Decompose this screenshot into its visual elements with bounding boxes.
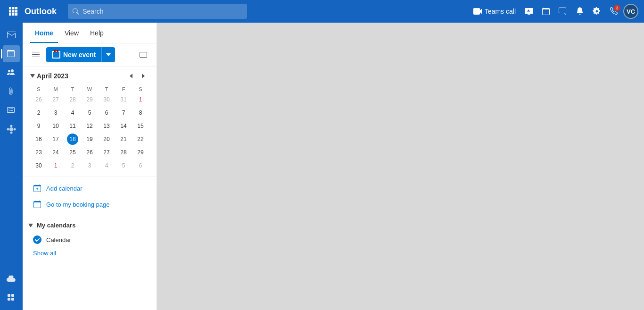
calendar-main: [157, 23, 644, 310]
view-toggle-button[interactable]: [136, 47, 151, 62]
calendar-day[interactable]: 23: [30, 146, 47, 159]
rail-calendar[interactable]: [3, 45, 20, 62]
calendar-day[interactable]: 3: [47, 106, 64, 119]
prev-month-button[interactable]: [125, 70, 137, 82]
hamburger-button[interactable]: [28, 47, 43, 62]
teams-call-button[interactable]: Teams call: [470, 6, 520, 17]
calendar-day[interactable]: 4: [98, 159, 115, 172]
calendar-day[interactable]: 30: [98, 93, 115, 106]
calendar-day[interactable]: 14: [115, 119, 132, 133]
svg-rect-0: [9, 7, 11, 9]
new-event-button[interactable]: New event: [46, 47, 115, 62]
next-month-button[interactable]: [138, 70, 149, 82]
calendar-day[interactable]: 3: [81, 159, 98, 172]
svg-point-9: [9, 127, 13, 131]
settings-button[interactable]: [589, 4, 604, 19]
calendar-day[interactable]: 25: [64, 146, 81, 159]
calendar-day[interactable]: 19: [81, 133, 98, 146]
calendar-day[interactable]: 18: [64, 133, 81, 146]
calendar-day[interactable]: 9: [30, 119, 47, 133]
new-event-main[interactable]: New event: [46, 47, 102, 62]
calendar-view-button[interactable]: [538, 4, 553, 19]
menu-home[interactable]: Home: [30, 26, 58, 40]
calendar-day[interactable]: 1: [47, 159, 64, 172]
month-toggle[interactable]: April 2023: [30, 72, 68, 80]
calendar-item-main[interactable]: Calendar: [28, 233, 151, 247]
rail-cloud[interactable]: [3, 270, 20, 287]
calendar-day[interactable]: 31: [115, 93, 132, 106]
calendar-day[interactable]: 6: [98, 106, 115, 119]
calendar-day[interactable]: 30: [30, 159, 47, 172]
calendar-day[interactable]: 5: [81, 106, 98, 119]
rail-apps[interactable]: [3, 121, 20, 138]
calendar-day[interactable]: 27: [47, 93, 64, 106]
calendar-day[interactable]: 8: [132, 106, 149, 119]
icon-rail: [0, 23, 23, 310]
svg-rect-2: [15, 7, 17, 9]
notifications-button[interactable]: [572, 4, 587, 19]
mini-calendar: April 2023 SMTWTFS 262728293031123456789…: [23, 67, 157, 176]
main-layout: Home View Help New event: [0, 23, 644, 310]
calendar-day[interactable]: 28: [115, 146, 132, 159]
calendar-day[interactable]: 7: [115, 106, 132, 119]
calendar-day[interactable]: 22: [132, 133, 149, 146]
calendar-day[interactable]: 6: [132, 159, 149, 172]
svg-point-12: [10, 125, 13, 127]
calendar-day[interactable]: 12: [81, 119, 98, 133]
svg-point-13: [10, 132, 13, 134]
calendar-day[interactable]: 26: [30, 93, 47, 106]
svg-rect-5: [15, 10, 17, 13]
calendar-day[interactable]: 24: [47, 146, 64, 159]
svg-rect-3: [9, 10, 11, 13]
my-calendars-section: My calendars Calendar Show all: [23, 216, 157, 263]
new-event-label: New event: [63, 51, 96, 59]
screen-share-button[interactable]: [521, 4, 537, 19]
calendar-day[interactable]: 5: [115, 159, 132, 172]
topbar-actions: Teams call: [470, 4, 638, 19]
calendar-day[interactable]: 21: [115, 133, 132, 146]
topbar: Outlook Teams call: [0, 0, 644, 23]
rail-mail[interactable]: [3, 26, 20, 43]
feedback-button[interactable]: [555, 4, 570, 19]
rail-people[interactable]: [3, 64, 20, 81]
waffle-menu-button[interactable]: [6, 4, 21, 19]
menu-help[interactable]: Help: [85, 26, 108, 40]
calendar-day[interactable]: 10: [47, 119, 64, 133]
calendar-day[interactable]: 28: [64, 93, 81, 106]
month-label: April 2023: [37, 72, 68, 80]
calendar-day[interactable]: 20: [98, 133, 115, 146]
my-calendars-header[interactable]: My calendars: [28, 220, 151, 231]
add-calendar-link[interactable]: Add calendar: [28, 180, 151, 196]
calendar-checkbox[interactable]: [33, 235, 41, 244]
rail-attachments[interactable]: [3, 83, 20, 100]
calendar-day[interactable]: 2: [64, 159, 81, 172]
rail-grid[interactable]: [3, 289, 20, 306]
new-event-dropdown[interactable]: [102, 47, 115, 62]
calendar-day[interactable]: 26: [81, 146, 98, 159]
menu-view[interactable]: View: [60, 26, 83, 40]
calendar-day[interactable]: 11: [64, 119, 81, 133]
calendar-day[interactable]: 29: [81, 93, 98, 106]
app-logo: Outlook: [25, 7, 57, 17]
add-calendar-icon: [33, 184, 41, 193]
calendar-day[interactable]: 16: [30, 133, 47, 146]
calendar-day[interactable]: 15: [132, 119, 149, 133]
sidebar: Home View Help New event: [23, 23, 157, 310]
calendar-day[interactable]: 13: [98, 119, 115, 133]
calendar-day[interactable]: 1: [132, 93, 149, 106]
phone-badge: 3: [614, 5, 620, 11]
rail-tasks[interactable]: [3, 102, 20, 119]
calendar-day[interactable]: 4: [64, 106, 81, 119]
show-all-link[interactable]: Show all: [28, 247, 151, 260]
calendar-day[interactable]: 27: [98, 146, 115, 159]
add-calendar-label: Add calendar: [46, 185, 83, 192]
search-input[interactable]: [83, 8, 242, 15]
chevron-down-icon: [28, 224, 33, 227]
phone-button[interactable]: 3: [606, 4, 621, 19]
booking-page-link[interactable]: Go to my booking page: [28, 196, 151, 212]
calendar-day[interactable]: 2: [30, 106, 47, 119]
calendar-day[interactable]: 29: [132, 146, 149, 159]
user-avatar[interactable]: VC: [623, 4, 638, 19]
calendar-day[interactable]: 17: [47, 133, 64, 146]
search-box[interactable]: [68, 4, 247, 19]
